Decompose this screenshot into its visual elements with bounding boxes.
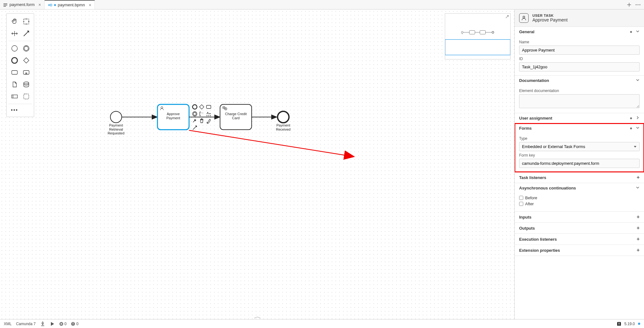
xml-toggle[interactable]: XML [4, 322, 12, 326]
svg-point-11 [24, 46, 28, 51]
deploy-icon[interactable] [40, 321, 45, 326]
start-event-tool[interactable] [9, 42, 20, 54]
tabs-bar: payment.form × payment.bpmn × [0, 0, 644, 9]
bpmn-icon [48, 3, 52, 7]
panel-resize-handle[interactable] [251, 316, 264, 319]
palette-more[interactable]: ••• [9, 105, 21, 115]
form-type-select[interactable]: Embedded or External Task Forms [519, 142, 640, 151]
append-gateway[interactable] [199, 104, 205, 110]
add-icon[interactable]: + [637, 225, 640, 231]
svg-rect-53 [73, 323, 74, 324]
update-indicator [638, 323, 640, 325]
minimap[interactable] [445, 13, 511, 59]
name-input[interactable] [519, 46, 640, 55]
end-event[interactable] [278, 111, 289, 123]
warnings-badge[interactable]: 0 [71, 322, 78, 326]
close-icon[interactable]: × [89, 3, 91, 8]
svg-rect-4 [50, 4, 52, 6]
delete-icon[interactable] [199, 118, 205, 124]
wrench-icon[interactable] [192, 118, 198, 124]
version-label[interactable]: 5.19.0 [624, 322, 635, 326]
chevron-down-icon [636, 29, 640, 34]
add-icon[interactable]: + [637, 214, 640, 220]
add-icon[interactable]: + [637, 247, 640, 253]
append-end-event[interactable] [192, 104, 198, 110]
svg-rect-54 [73, 325, 74, 325]
section-user-assignment: User assignment [515, 113, 644, 123]
new-tab-button[interactable] [626, 2, 632, 8]
platform-label[interactable]: Camunda 7 [16, 322, 36, 326]
form-key-label: Form key [519, 153, 640, 158]
tab-payment-form[interactable]: payment.form × [0, 0, 45, 9]
svg-rect-27 [480, 30, 486, 34]
global-connect-tool[interactable] [20, 28, 32, 40]
svg-rect-8 [24, 19, 29, 24]
section-documentation-header[interactable]: Documentation [515, 76, 644, 85]
svg-rect-25 [469, 30, 475, 34]
start-event-label: Payment Retrieval Requested [103, 123, 129, 135]
subprocess-tool[interactable] [20, 66, 32, 78]
svg-point-45 [224, 107, 224, 108]
append-task[interactable] [205, 104, 212, 110]
close-icon[interactable]: × [38, 2, 41, 7]
section-async: Asynchronous continuations Before After [515, 183, 644, 212]
svg-rect-18 [12, 95, 17, 98]
add-icon[interactable]: + [637, 175, 640, 180]
svg-point-33 [193, 105, 197, 109]
task-tool[interactable] [9, 66, 20, 78]
append-annotation[interactable] [199, 111, 205, 117]
chevron-down-icon [636, 126, 640, 131]
start-event[interactable] [110, 111, 122, 123]
svg-point-42 [207, 122, 208, 123]
svg-rect-14 [12, 71, 17, 74]
tab-payment-bpmn[interactable]: payment.bpmn × [45, 0, 95, 9]
svg-rect-39 [206, 115, 207, 116]
section-task-listeners-header[interactable]: Task listeners + [515, 172, 644, 183]
section-async-header[interactable]: Asynchronous continuations [515, 183, 644, 193]
documentation-label: Element documentation [519, 89, 640, 93]
append-intermediate-event[interactable] [192, 111, 198, 117]
more-icon[interactable] [635, 2, 641, 8]
data-store-tool[interactable] [20, 78, 32, 90]
form-key-input[interactable] [519, 159, 640, 168]
section-general-header[interactable]: General [515, 27, 644, 37]
end-event-tool[interactable] [9, 54, 20, 66]
section-task-listeners: Task listeners + [515, 172, 644, 183]
user-task-icon [519, 13, 529, 23]
canvas[interactable]: ••• [0, 9, 514, 319]
section-user-assignment-header[interactable]: User assignment [515, 113, 644, 123]
feedback-icon[interactable] [617, 322, 621, 326]
element-type-label: USER TASK [532, 14, 567, 17]
data-object-tool[interactable] [9, 78, 20, 90]
errors-badge[interactable]: 0 [59, 322, 67, 326]
user-task-label: Approve Payment [160, 112, 187, 120]
run-icon[interactable] [50, 321, 55, 326]
change-type[interactable] [205, 111, 212, 117]
svg-point-37 [193, 113, 196, 115]
color-icon[interactable] [205, 118, 212, 124]
async-after-checkbox[interactable] [519, 202, 523, 206]
section-outputs-header[interactable]: Outputs + [515, 223, 644, 233]
svg-rect-40 [208, 115, 209, 116]
svg-rect-0 [3, 3, 7, 4]
id-input[interactable] [519, 62, 640, 71]
section-forms-header[interactable]: Forms [515, 123, 644, 133]
svg-point-49 [523, 16, 525, 18]
connect-icon[interactable] [192, 125, 198, 131]
chevron-down-icon [636, 186, 640, 190]
gateway-tool[interactable] [20, 54, 32, 66]
participant-tool[interactable] [9, 90, 20, 102]
hand-tool[interactable] [9, 15, 20, 28]
async-before-checkbox[interactable] [519, 196, 523, 200]
minimap-collapse-icon[interactable] [505, 15, 509, 20]
section-inputs-header[interactable]: Inputs + [515, 212, 644, 222]
add-icon[interactable]: + [637, 236, 640, 242]
svg-point-5 [636, 4, 637, 5]
section-extension-properties-header[interactable]: Extension properties + [515, 245, 644, 256]
space-tool[interactable] [9, 28, 20, 40]
documentation-input[interactable] [519, 94, 640, 108]
group-tool[interactable] [20, 90, 32, 102]
intermediate-event-tool[interactable] [20, 42, 32, 54]
section-execution-listeners-header[interactable]: Execution listeners + [515, 234, 644, 244]
lasso-tool[interactable] [20, 15, 32, 28]
